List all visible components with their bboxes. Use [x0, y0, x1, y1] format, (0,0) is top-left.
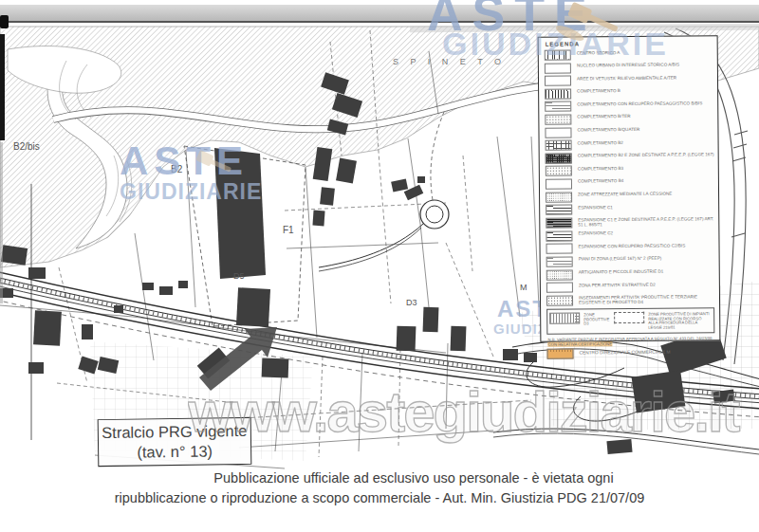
legend-row: INSEDIAMENTI PER ATTIVITA' PRODUTTIVE E … — [546, 294, 715, 306]
legend-swatch-blank — [545, 76, 571, 86]
legend-swatch-dots — [546, 166, 572, 176]
legend-row-label: INSEDIAMENTI PER ATTIVITA' PRODUTTIVE E … — [579, 294, 715, 306]
legend-swatch-hdash — [545, 101, 571, 112]
legend-row-label: ZONE ATTREZZATE MEDIANTE LA CESSIONE — [578, 191, 672, 197]
callout-stralcio-box: Stralcio PRG vigente (tav. n° 13) — [98, 417, 252, 467]
scan-artifact — [0, 142, 3, 303]
footer-caption: Pubblicazione ufficiale ad esclusivo uso… — [0, 468, 759, 508]
legend-rows: CENTRO STORICO ANUCLEO URBANO DI INTERES… — [545, 48, 715, 306]
legend-row-label: ESPANSIONE C1 E ZONE DESTINATE A P.E.E.P… — [578, 216, 714, 229]
legend-highlighted-label: CENTRO DIREZIONALE COMMERCIALE M — [579, 348, 670, 356]
legend-row: PIANI DI ZONA (LEGGE 167) N° 2 (PEEP) — [546, 255, 715, 267]
scan-artifact — [0, 34, 5, 140]
legend-note-line1: N.B. VARIANTE PARZIALE INTEGRATIVA APPRO… — [547, 336, 712, 342]
legend-swatch-hlines — [546, 230, 572, 241]
legend-row-label: ESPANSIONE C1 — [578, 204, 613, 211]
legend-swatch-vhatch — [545, 50, 571, 61]
scanned-prg-map-page: S P I N E T O B2/bis B2 F1 D5 D3 M ASTE … — [0, 0, 759, 532]
legend-swatch-darkcross — [546, 153, 572, 163]
legend-row: AREE DI VETUSTA' RILIEVO AMBIENTALE A/te… — [545, 74, 713, 86]
map-label-b2: B2 — [171, 164, 183, 174]
legend-box: LEGENDA CENTRO STORICO ANUCLEO URBANO DI… — [538, 35, 721, 342]
legend-swatch-blank — [546, 178, 572, 189]
gavel-icon — [188, 148, 235, 190]
legend-row: COMPLETAMENTO CON RECUPERO PAESAGGISTICO… — [545, 101, 713, 113]
legend-row-label: ARTIGIANATO E PICCOLE INDUSTRIE D1 — [579, 268, 664, 275]
legend-subbox: ZONE PRODUTTIVE D3 ZONE PRODUTTIVE DI IM… — [546, 307, 714, 334]
callout-line2: (tav. n° 13) — [137, 441, 213, 462]
legend-swatch-dashed — [614, 311, 644, 322]
map-label-d5: D5 — [233, 271, 245, 281]
legend-swatch-highlight — [546, 349, 573, 359]
legend-swatch-stipple — [546, 192, 572, 202]
legend-row: ESPANSIONE C1 E ZONE DESTINATE A P.E.E.P… — [546, 216, 714, 229]
legend-row: ZONA PER ATTIVITA' ESTRATTIVE D2 — [546, 281, 715, 293]
legend-row-label: ESPANSIONE C2 — [578, 230, 613, 237]
legend-row-label: COMPLETAMENTO CON RECUPERO PAESAGGISTICO… — [577, 101, 702, 108]
legend-swatch-dots — [545, 114, 571, 124]
legend-row-label: COMPLETAMENTO B/quater — [577, 126, 639, 133]
legend-row: COMPLETAMENTO B/ter — [545, 113, 713, 125]
scan-artifact — [0, 15, 9, 28]
legend-swatch-blank — [545, 63, 571, 73]
footer-line2: ripubblicazione o riproduzione a scopo c… — [0, 488, 759, 508]
legend-row: ESPANSIONE C2 — [546, 229, 714, 242]
scan-edge-band — [0, 5, 759, 23]
gavel-icon — [556, 0, 624, 47]
legend-row: COMPLETAMENTO B4 — [546, 177, 714, 190]
legend-swatch-cross — [546, 140, 572, 151]
legend-row: NUCLEO URBANO DI INTERESSE STORICO A/bis — [545, 62, 713, 74]
legend-highlighted-row: CENTRO DIREZIONALE COMMERCIALE M — [546, 347, 715, 359]
legend-row: ESPANSIONE C1 — [546, 203, 714, 215]
legend-row-label: COMPLETAMENTO B4 — [578, 178, 623, 185]
legend-row-label: CENTRO STORICO A — [577, 49, 620, 56]
legend-swatch-stipple — [546, 269, 573, 280]
legend-swatch-hlines — [546, 205, 572, 215]
legend-subbox-right: ZONE PRODUTTIVE DI IMPIANTI REALIZZATE C… — [614, 311, 712, 331]
legend-row: COMPLETAMENTO B/quater — [545, 126, 713, 138]
legend-row-label: ZONA PER ATTIVITA' ESTRATTIVE D2 — [579, 282, 656, 288]
legend-swatch-blank — [545, 127, 571, 138]
legend-swatch-grid — [549, 312, 580, 323]
legend-row-label: AREE DI VETUSTA' RILIEVO AMBIENTALE A/te… — [577, 75, 676, 82]
legend-subbox-right-label: ZONE PRODUTTIVE DI IMPIANTI REALIZZATE C… — [648, 311, 712, 330]
legend-row-label: COMPLETAMENTO B/ter — [577, 114, 630, 120]
map-label-b2bis: B2/bis — [13, 141, 40, 152]
legend-swatch-dots — [546, 295, 573, 305]
legend-row: ESPANSIONE CON RECUPERO PAESISTICO C2/bi… — [546, 243, 715, 255]
legend-row: ARTIGIANATO E PICCOLE INDUSTRIE D1 — [546, 268, 715, 281]
map-label-m: M — [520, 283, 528, 292]
legend-row-label: PIANI DI ZONA (LEGGE 167) N° 2 (PEEP) — [579, 256, 662, 263]
legend-row-label: COMPLETAMENTO B2 — [578, 139, 623, 146]
legend-swatch-blank — [546, 283, 573, 293]
legend-note: N.B. VARIANTE PARZIALE INTEGRATIVA APPRO… — [547, 336, 715, 347]
legend-row-label: NUCLEO URBANO DI INTERESSE STORICO A/bis — [577, 62, 679, 68]
legend-swatch-darkh — [546, 217, 572, 228]
legend-row: COMPLETAMENTO B — [545, 87, 713, 100]
legend-subbox-left: ZONE PRODUTTIVE D3 — [549, 312, 609, 331]
legend-row-label: COMPLETAMENTO B — [577, 88, 620, 95]
map-label-d3: D3 — [406, 298, 417, 307]
legend-row-label: ESPANSIONE CON RECUPERO PAESISTICO C2/bi… — [579, 243, 686, 249]
legend-row: ZONE ATTREZZATE MEDIANTE LA CESSIONE — [546, 191, 714, 203]
map-label-spineto: S P I N E T O — [393, 57, 506, 66]
legend-swatch-vlines — [545, 88, 571, 99]
legend-row: COMPLETAMENTO B2 E ZONE DESTINATE A P.E.… — [546, 152, 714, 164]
map-label-f1: F1 — [283, 225, 294, 235]
footer-line1: Pubblicazione ufficiale ad esclusivo uso… — [0, 468, 759, 488]
legend-row-label: COMPLETAMENTO B2 E ZONE DESTINATE A P.E.… — [578, 152, 714, 159]
legend-row: COMPLETAMENTO B3 — [546, 165, 714, 177]
legend-row-label: COMPLETAMENTO B3 — [578, 165, 623, 172]
legend-row: CENTRO STORICO A — [545, 48, 713, 61]
legend-subbox-left-label: ZONE PRODUTTIVE D3 — [583, 312, 609, 326]
legend-swatch-blank — [546, 244, 573, 254]
legend-note-line2-highlight: CON RELATIVA CERTIFICAZIONE — [547, 341, 612, 347]
callout-line1: Stralcio PRG vigente — [102, 421, 247, 443]
legend-swatch-hdash — [546, 256, 573, 266]
legend-row: COMPLETAMENTO B2 — [546, 138, 714, 151]
